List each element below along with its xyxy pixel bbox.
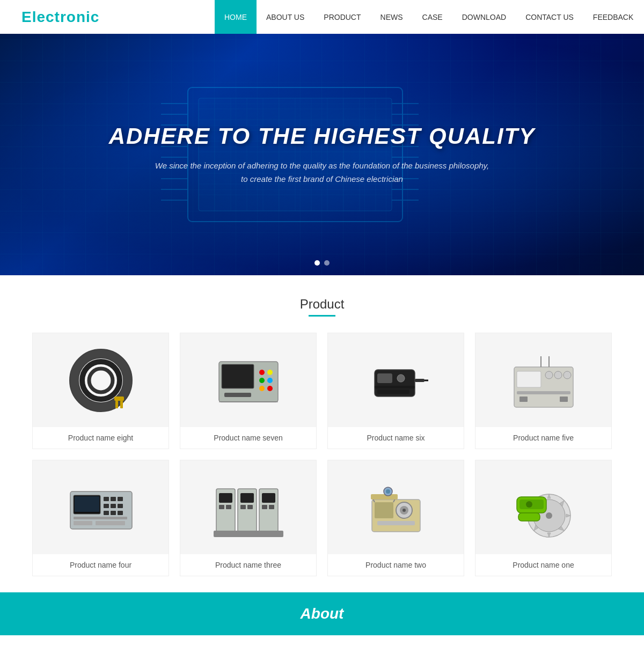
svg-rect-89	[74, 521, 92, 525]
nav-home[interactable]: HOME	[215, 0, 257, 34]
svg-rect-96	[240, 493, 254, 503]
nav-download[interactable]: DOWNLOAD	[452, 0, 516, 34]
product-img-one	[475, 460, 611, 554]
svg-rect-79	[104, 497, 109, 501]
svg-rect-97	[240, 505, 246, 509]
svg-rect-83	[111, 504, 116, 508]
hero-content: ADHERE TO THE HIGHEST QUALITY We since t…	[109, 123, 536, 186]
svg-rect-72	[519, 397, 528, 402]
svg-rect-105	[375, 502, 393, 518]
product-name-seven: Product name seven	[180, 427, 316, 449]
nav-about-us[interactable]: ABOUT US	[257, 0, 314, 34]
svg-rect-101	[262, 505, 267, 509]
svg-rect-86	[111, 511, 116, 515]
product-card-five[interactable]: Product name five	[475, 333, 612, 449]
svg-point-54	[267, 378, 273, 383]
svg-point-108	[402, 509, 406, 512]
product-img-testbox	[214, 346, 283, 415]
product-name-two: Product name two	[328, 554, 464, 576]
svg-point-117	[546, 512, 552, 519]
svg-rect-64	[375, 386, 415, 388]
product-card-three[interactable]: Product name three	[180, 460, 317, 576]
product-card-eight[interactable]: Product name eight	[32, 333, 169, 449]
svg-rect-92	[219, 493, 232, 503]
svg-rect-112	[371, 494, 398, 500]
nav-feedback[interactable]: FEEDBACK	[583, 0, 643, 34]
svg-rect-98	[247, 505, 253, 509]
svg-point-70	[564, 371, 571, 379]
product-img-testbench	[509, 346, 579, 415]
hero-subtitle: We since the inception of adhering to th…	[109, 159, 536, 186]
svg-rect-48	[120, 401, 123, 408]
product-img-eight	[33, 333, 169, 427]
svg-point-114	[386, 489, 390, 494]
product-img-three	[180, 460, 316, 554]
svg-rect-47	[115, 401, 118, 408]
svg-rect-94	[226, 505, 231, 509]
svg-rect-87	[118, 511, 123, 515]
hero-dot-2[interactable]	[324, 260, 330, 266]
product-name-five: Product name five	[475, 427, 611, 449]
product-img-five	[475, 333, 611, 427]
svg-rect-85	[104, 511, 109, 515]
svg-rect-73	[560, 397, 568, 402]
product-name-four: Product name four	[33, 554, 169, 576]
svg-rect-88	[74, 517, 127, 519]
product-name-one: Product name one	[475, 554, 611, 576]
svg-rect-100	[262, 493, 275, 503]
logo[interactable]: Electronic	[0, 9, 215, 26]
product-section-underline	[309, 315, 335, 317]
product-card-seven[interactable]: Product name seven	[180, 333, 317, 449]
svg-rect-81	[118, 497, 123, 501]
nav-contact-us[interactable]: CONTACT US	[516, 0, 583, 34]
svg-rect-82	[104, 504, 109, 508]
svg-rect-103	[214, 531, 283, 537]
header: Electronic HOME ABOUT US PRODUCT NEWS CA…	[0, 0, 644, 34]
product-img-two	[328, 460, 464, 554]
product-card-six[interactable]: Product name six	[327, 333, 464, 449]
hero-dots	[314, 260, 330, 266]
svg-rect-50	[222, 364, 254, 388]
product-name-three: Product name three	[180, 554, 316, 576]
product-img-six	[328, 333, 464, 427]
product-name-eight: Product name eight	[33, 427, 169, 449]
svg-point-69	[554, 371, 562, 379]
svg-rect-62	[415, 379, 425, 382]
about-strip: About	[0, 592, 644, 635]
svg-point-128	[526, 501, 532, 508]
nav-product[interactable]: PRODUCT	[314, 0, 370, 34]
svg-rect-84	[118, 504, 123, 508]
svg-rect-78	[75, 496, 99, 512]
product-grid-row1: Product name eight Product name seve	[32, 333, 612, 449]
product-section-title: Product	[32, 297, 612, 312]
product-name-six: Product name six	[328, 427, 464, 449]
svg-point-52	[267, 370, 273, 375]
nav-case[interactable]: CASE	[413, 0, 452, 34]
hero-title: ADHERE TO THE HIGHEST QUALITY	[109, 123, 536, 149]
product-img-cable	[66, 346, 136, 415]
svg-point-61	[397, 375, 405, 382]
product-img-saw	[509, 473, 579, 542]
svg-rect-67	[517, 371, 541, 387]
svg-rect-80	[111, 497, 116, 501]
svg-point-55	[259, 386, 265, 391]
svg-point-45	[89, 369, 113, 392]
svg-rect-129	[518, 513, 540, 521]
svg-point-51	[259, 370, 265, 375]
svg-rect-93	[219, 505, 224, 509]
about-strip-title: About	[301, 605, 344, 622]
product-grid-row2: Product name four	[32, 460, 612, 576]
hero-subtitle-line2: to create the first brand of Chinese ele…	[241, 174, 403, 183]
svg-point-56	[267, 386, 273, 391]
main-nav: HOME ABOUT US PRODUCT NEWS CASE DOWNLOAD…	[215, 0, 643, 34]
hero-dot-1[interactable]	[314, 260, 320, 266]
svg-point-68	[545, 371, 553, 379]
hero-banner: ADHERE TO THE HIGHEST QUALITY We since t…	[0, 34, 644, 275]
product-card-four[interactable]: Product name four	[32, 460, 169, 576]
product-card-two[interactable]: Product name two	[327, 460, 464, 576]
nav-news[interactable]: NEWS	[371, 0, 413, 34]
product-section: Product Product name eight	[0, 275, 644, 592]
svg-rect-109	[377, 521, 415, 525]
product-card-one[interactable]: Product name one	[475, 460, 612, 576]
svg-rect-46	[114, 397, 124, 401]
